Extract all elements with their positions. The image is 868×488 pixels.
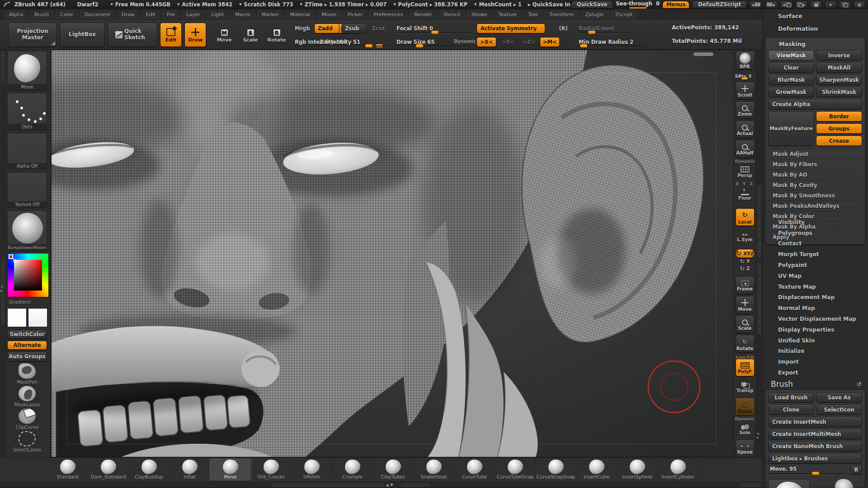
main-color-swatch[interactable] (7, 308, 27, 327)
menu-item[interactable]: Material (286, 11, 315, 19)
slide-left-icon[interactable] (750, 1, 762, 8)
menu-item[interactable]: Draw (117, 11, 139, 19)
quicksave-button[interactable]: QuickSave (571, 1, 613, 9)
frame-button[interactable]: Frame (736, 277, 755, 294)
create-alpha-button[interactable]: Create Alpha (768, 99, 862, 109)
border-toggle[interactable]: Border (816, 111, 862, 122)
clone-button[interactable]: Clone (768, 404, 814, 415)
menu-item[interactable]: Alpha (5, 11, 28, 19)
zadd-toggle[interactable]: Zadd (314, 23, 340, 33)
left-tray-divider[interactable]: ◂▸ (0, 50, 6, 457)
focal-shift-slider[interactable]: Focal Shift 0 (396, 23, 472, 34)
tool-subpalette[interactable]: Morph Target (763, 249, 868, 260)
create-nanomesh-button[interactable]: Create NanoMesh Brush (768, 441, 862, 451)
persp-button[interactable]: Persp (736, 163, 755, 180)
tray-scroll-thumb[interactable] (271, 483, 384, 487)
menu-item[interactable]: Stroke (467, 11, 492, 19)
move-mode-button[interactable]: MMove (212, 23, 236, 47)
activate-symmetry-button[interactable]: Activate Symmetry (476, 23, 545, 33)
switch-color-button[interactable]: SwitchColor (7, 330, 47, 339)
tray-scroll-arrows-icon[interactable]: ▲▼ (386, 483, 394, 487)
masking-subsection[interactable]: Mask By Smoothness (768, 190, 862, 201)
lightbox-brushes-button[interactable]: Lightbox ▸ Brushes (768, 453, 862, 464)
radial-count-slider[interactable]: RadialCount (579, 23, 633, 34)
menu-item[interactable]: Transform (545, 11, 579, 19)
panel-collapse-arrows-icon[interactable]: ◂▸ (757, 432, 759, 440)
tool-subpalette[interactable]: Visibility (763, 217, 868, 228)
brush-section-title[interactable]: Brush (771, 380, 793, 389)
mask-by-feature-button[interactable]: MaskByFeature (768, 111, 814, 146)
current-stroke-preview[interactable]: Dots (7, 93, 47, 131)
inverse-button[interactable]: Inverse (816, 50, 862, 61)
masking-subsection[interactable]: Mask Adjust (768, 149, 862, 159)
selected-brush-preview[interactable] (768, 479, 810, 488)
menu-item[interactable]: Preferences (369, 11, 408, 19)
quick-sketch-button[interactable]: Quick Sketch (108, 23, 157, 47)
brush-tray-item[interactable]: Standard (47, 459, 88, 480)
minimize-button[interactable]: ▾ (825, 1, 836, 8)
transp-button[interactable]: Transp (736, 378, 755, 396)
floor-button[interactable]: Floor (736, 185, 755, 203)
current-texture-preview[interactable]: Texture Off (7, 172, 47, 208)
dock-left-icon[interactable] (780, 1, 793, 8)
menu-item[interactable]: Zscript (611, 11, 637, 19)
menu-item[interactable]: Zplugin (580, 11, 609, 19)
tool-subpalette[interactable]: Vector Displacement Map (763, 314, 868, 324)
selectlasso-tool[interactable]: SelectLasso (7, 431, 47, 452)
rotate-mode-button[interactable]: RRotate (264, 23, 289, 47)
z-rotation-button[interactable]: Z (736, 265, 755, 272)
masklasso-tool[interactable]: MaskLasso (7, 386, 47, 407)
current-material-preview[interactable]: BumpViewerMaterial (7, 211, 47, 251)
spix-slider[interactable]: SPix 3 (735, 71, 755, 80)
zcut-toggle[interactable]: Zcut (368, 23, 388, 33)
brush-tray-item[interactable]: SnakeHook (414, 459, 454, 480)
save-as-button[interactable]: Save As (816, 392, 862, 403)
tray-scroll-thumb-2[interactable] (401, 483, 429, 487)
zoom-button[interactable]: Zoom (736, 101, 755, 119)
scale-3d-button[interactable]: Scale (736, 315, 755, 333)
default-zscript-button[interactable]: DefaultZScript (692, 1, 747, 9)
groups-toggle[interactable]: Groups (816, 123, 862, 134)
viewmask-button[interactable]: ViewMask (768, 50, 814, 61)
menu-item[interactable]: Light (207, 11, 228, 19)
tray-corner-grip[interactable] (741, 483, 761, 487)
tool-subpalette[interactable]: Normal Map (763, 303, 868, 314)
min-draw-radius-slider[interactable]: Min Draw Radius 2 (579, 37, 646, 48)
tool-subpalette[interactable]: Contact (763, 239, 868, 249)
menu-item[interactable]: Color (56, 11, 78, 19)
brush-tray-item[interactable]: Crumple (332, 459, 373, 480)
tray-scrollbar[interactable]: ▲▼ (0, 482, 762, 488)
menu-item[interactable]: Marker (257, 11, 283, 19)
menu-item[interactable]: File (162, 11, 179, 19)
current-brush-preview[interactable]: Move (7, 51, 47, 91)
gradient-label[interactable]: Gradient (6, 299, 46, 305)
menu-item[interactable]: Stencil (439, 11, 465, 19)
tray-collapse-arrows-icon[interactable]: ◂▸ (0, 285, 3, 293)
alternate-button[interactable]: Alternate (7, 341, 47, 350)
tool-subpalette[interactable]: UV Map (763, 271, 868, 282)
dynamic-draw-size-label[interactable]: Dynamic (454, 39, 476, 44)
blurmask-button[interactable]: BlurMask (768, 75, 814, 85)
section-deformation[interactable]: Deformation (778, 25, 818, 32)
shrinkmask-button[interactable]: ShrinkMask (816, 87, 862, 97)
see-through-control[interactable]: See-through 0 (616, 0, 660, 9)
tool-subpalette[interactable]: Import (763, 357, 868, 367)
menu-item[interactable]: Movie (317, 11, 341, 19)
sculpt-canvas[interactable] (52, 50, 734, 457)
brush-tray-item[interactable]: InsertCube (576, 459, 617, 480)
lock-icon[interactable] (810, 1, 822, 8)
maskpen-tool[interactable]: MaskPen (7, 363, 47, 385)
brush-tray-item[interactable]: Inflat (170, 459, 210, 480)
bpr-button[interactable]: BPR (736, 51, 755, 70)
brush-reload-icon[interactable]: ↺ (856, 380, 862, 388)
zsub-toggle[interactable]: Zsub (341, 23, 367, 33)
create-insertmultimesh-button[interactable]: Create InsertMultiMesh (768, 429, 862, 439)
brush-thumb-clay[interactable]: Clay (835, 479, 853, 488)
secondary-color-swatch[interactable] (28, 308, 47, 327)
z-intensity-slider[interactable]: Z Intensity 51 (320, 37, 392, 48)
menu-item[interactable]: Macro (231, 11, 255, 19)
brush-tray-item[interactable]: Orb_Cracks (251, 459, 292, 480)
select-icon-button[interactable]: SelectIcon (816, 404, 862, 415)
brush-selector-slider[interactable]: Move. 95 R (768, 465, 862, 475)
maskall-button[interactable]: MaskAll (816, 62, 862, 73)
